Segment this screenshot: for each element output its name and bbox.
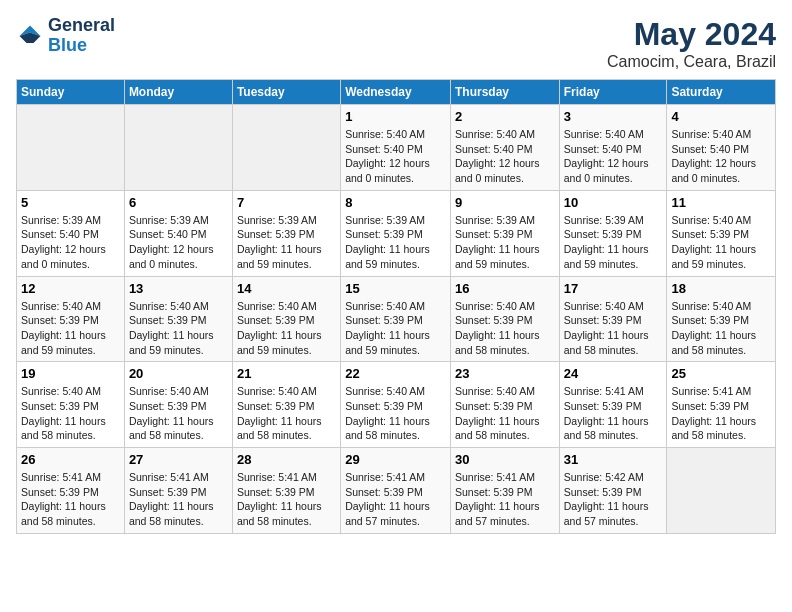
header-wednesday: Wednesday [341, 80, 451, 105]
day-info: Sunrise: 5:40 AMSunset: 5:39 PMDaylight:… [564, 299, 663, 358]
week-row-3: 12Sunrise: 5:40 AMSunset: 5:39 PMDayligh… [17, 276, 776, 362]
day-info: Sunrise: 5:40 AMSunset: 5:39 PMDaylight:… [345, 384, 446, 443]
header-friday: Friday [559, 80, 667, 105]
day-cell: 8Sunrise: 5:39 AMSunset: 5:39 PMDaylight… [341, 190, 451, 276]
day-info: Sunrise: 5:39 AMSunset: 5:40 PMDaylight:… [21, 213, 120, 272]
header-monday: Monday [124, 80, 232, 105]
day-cell [124, 105, 232, 191]
day-cell: 25Sunrise: 5:41 AMSunset: 5:39 PMDayligh… [667, 362, 776, 448]
header-thursday: Thursday [450, 80, 559, 105]
day-number: 17 [564, 281, 663, 296]
day-cell: 14Sunrise: 5:40 AMSunset: 5:39 PMDayligh… [232, 276, 340, 362]
day-cell: 29Sunrise: 5:41 AMSunset: 5:39 PMDayligh… [341, 448, 451, 534]
day-info: Sunrise: 5:41 AMSunset: 5:39 PMDaylight:… [671, 384, 771, 443]
day-number: 2 [455, 109, 555, 124]
day-cell: 18Sunrise: 5:40 AMSunset: 5:39 PMDayligh… [667, 276, 776, 362]
week-row-1: 1Sunrise: 5:40 AMSunset: 5:40 PMDaylight… [17, 105, 776, 191]
header-saturday: Saturday [667, 80, 776, 105]
day-number: 18 [671, 281, 771, 296]
day-cell: 10Sunrise: 5:39 AMSunset: 5:39 PMDayligh… [559, 190, 667, 276]
day-info: Sunrise: 5:39 AMSunset: 5:39 PMDaylight:… [345, 213, 446, 272]
day-info: Sunrise: 5:39 AMSunset: 5:39 PMDaylight:… [455, 213, 555, 272]
day-cell: 16Sunrise: 5:40 AMSunset: 5:39 PMDayligh… [450, 276, 559, 362]
day-number: 28 [237, 452, 336, 467]
day-number: 24 [564, 366, 663, 381]
day-number: 9 [455, 195, 555, 210]
day-info: Sunrise: 5:40 AMSunset: 5:40 PMDaylight:… [564, 127, 663, 186]
day-cell: 28Sunrise: 5:41 AMSunset: 5:39 PMDayligh… [232, 448, 340, 534]
day-number: 27 [129, 452, 228, 467]
day-cell: 23Sunrise: 5:40 AMSunset: 5:39 PMDayligh… [450, 362, 559, 448]
day-cell: 19Sunrise: 5:40 AMSunset: 5:39 PMDayligh… [17, 362, 125, 448]
day-info: Sunrise: 5:40 AMSunset: 5:39 PMDaylight:… [21, 384, 120, 443]
day-cell: 22Sunrise: 5:40 AMSunset: 5:39 PMDayligh… [341, 362, 451, 448]
day-cell: 11Sunrise: 5:40 AMSunset: 5:39 PMDayligh… [667, 190, 776, 276]
day-cell: 30Sunrise: 5:41 AMSunset: 5:39 PMDayligh… [450, 448, 559, 534]
day-number: 16 [455, 281, 555, 296]
day-cell: 13Sunrise: 5:40 AMSunset: 5:39 PMDayligh… [124, 276, 232, 362]
day-info: Sunrise: 5:41 AMSunset: 5:39 PMDaylight:… [564, 384, 663, 443]
day-cell [232, 105, 340, 191]
day-cell: 12Sunrise: 5:40 AMSunset: 5:39 PMDayligh… [17, 276, 125, 362]
day-info: Sunrise: 5:41 AMSunset: 5:39 PMDaylight:… [237, 470, 336, 529]
day-number: 25 [671, 366, 771, 381]
day-info: Sunrise: 5:41 AMSunset: 5:39 PMDaylight:… [129, 470, 228, 529]
day-info: Sunrise: 5:40 AMSunset: 5:39 PMDaylight:… [455, 384, 555, 443]
day-info: Sunrise: 5:40 AMSunset: 5:39 PMDaylight:… [345, 299, 446, 358]
day-number: 12 [21, 281, 120, 296]
day-number: 15 [345, 281, 446, 296]
day-cell: 6Sunrise: 5:39 AMSunset: 5:40 PMDaylight… [124, 190, 232, 276]
day-cell: 21Sunrise: 5:40 AMSunset: 5:39 PMDayligh… [232, 362, 340, 448]
day-cell: 20Sunrise: 5:40 AMSunset: 5:39 PMDayligh… [124, 362, 232, 448]
day-cell [667, 448, 776, 534]
day-info: Sunrise: 5:40 AMSunset: 5:39 PMDaylight:… [237, 384, 336, 443]
day-info: Sunrise: 5:40 AMSunset: 5:39 PMDaylight:… [671, 299, 771, 358]
day-cell: 31Sunrise: 5:42 AMSunset: 5:39 PMDayligh… [559, 448, 667, 534]
day-info: Sunrise: 5:40 AMSunset: 5:40 PMDaylight:… [345, 127, 446, 186]
day-cell: 17Sunrise: 5:40 AMSunset: 5:39 PMDayligh… [559, 276, 667, 362]
header-sunday: Sunday [17, 80, 125, 105]
logo: GeneralBlue [16, 16, 115, 56]
day-number: 26 [21, 452, 120, 467]
calendar-subtitle: Camocim, Ceara, Brazil [607, 53, 776, 71]
day-info: Sunrise: 5:40 AMSunset: 5:39 PMDaylight:… [671, 213, 771, 272]
day-info: Sunrise: 5:41 AMSunset: 5:39 PMDaylight:… [345, 470, 446, 529]
day-number: 31 [564, 452, 663, 467]
logo-icon [16, 22, 44, 50]
title-block: May 2024 Camocim, Ceara, Brazil [607, 16, 776, 71]
day-cell: 1Sunrise: 5:40 AMSunset: 5:40 PMDaylight… [341, 105, 451, 191]
calendar-title: May 2024 [607, 16, 776, 53]
day-number: 11 [671, 195, 771, 210]
day-number: 21 [237, 366, 336, 381]
day-info: Sunrise: 5:42 AMSunset: 5:39 PMDaylight:… [564, 470, 663, 529]
day-number: 8 [345, 195, 446, 210]
week-row-2: 5Sunrise: 5:39 AMSunset: 5:40 PMDaylight… [17, 190, 776, 276]
day-info: Sunrise: 5:40 AMSunset: 5:39 PMDaylight:… [129, 299, 228, 358]
day-info: Sunrise: 5:40 AMSunset: 5:39 PMDaylight:… [455, 299, 555, 358]
day-number: 1 [345, 109, 446, 124]
day-cell: 7Sunrise: 5:39 AMSunset: 5:39 PMDaylight… [232, 190, 340, 276]
day-number: 23 [455, 366, 555, 381]
day-info: Sunrise: 5:41 AMSunset: 5:39 PMDaylight:… [21, 470, 120, 529]
day-number: 4 [671, 109, 771, 124]
calendar-table: SundayMondayTuesdayWednesdayThursdayFrid… [16, 79, 776, 534]
day-info: Sunrise: 5:39 AMSunset: 5:39 PMDaylight:… [237, 213, 336, 272]
day-cell: 27Sunrise: 5:41 AMSunset: 5:39 PMDayligh… [124, 448, 232, 534]
day-number: 6 [129, 195, 228, 210]
day-cell: 4Sunrise: 5:40 AMSunset: 5:40 PMDaylight… [667, 105, 776, 191]
day-info: Sunrise: 5:40 AMSunset: 5:39 PMDaylight:… [129, 384, 228, 443]
day-number: 7 [237, 195, 336, 210]
day-info: Sunrise: 5:40 AMSunset: 5:40 PMDaylight:… [671, 127, 771, 186]
day-cell: 9Sunrise: 5:39 AMSunset: 5:39 PMDaylight… [450, 190, 559, 276]
day-cell: 3Sunrise: 5:40 AMSunset: 5:40 PMDaylight… [559, 105, 667, 191]
day-cell [17, 105, 125, 191]
calendar-header-row: SundayMondayTuesdayWednesdayThursdayFrid… [17, 80, 776, 105]
day-cell: 5Sunrise: 5:39 AMSunset: 5:40 PMDaylight… [17, 190, 125, 276]
day-number: 29 [345, 452, 446, 467]
day-number: 13 [129, 281, 228, 296]
day-info: Sunrise: 5:41 AMSunset: 5:39 PMDaylight:… [455, 470, 555, 529]
logo-text: GeneralBlue [48, 16, 115, 56]
day-cell: 26Sunrise: 5:41 AMSunset: 5:39 PMDayligh… [17, 448, 125, 534]
day-number: 19 [21, 366, 120, 381]
page-header: GeneralBlue May 2024 Camocim, Ceara, Bra… [16, 16, 776, 71]
